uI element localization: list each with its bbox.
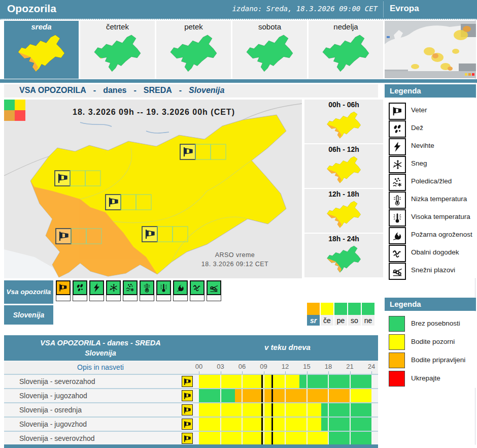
time-panel-label: 06h - 12h [304, 145, 383, 153]
filter-checkbox[interactable] [140, 295, 154, 301]
page-title: Opozorila [7, 3, 56, 15]
day-tab-četrtek[interactable]: četrtek [80, 21, 155, 79]
hour-label: 21 [343, 363, 358, 370]
grid-line [328, 375, 329, 388]
grid-line [285, 375, 286, 388]
day-strip-label-pe[interactable]: pe [334, 315, 347, 326]
hour-label: 03 [213, 363, 228, 370]
slovenia-mini-map [322, 154, 366, 186]
filter-checkbox[interactable] [56, 295, 71, 301]
filter-checkbox[interactable] [190, 295, 205, 301]
day-tab-petek[interactable]: petek [156, 21, 231, 79]
filter-avalanche-button[interactable] [207, 280, 221, 301]
map-source: ARSO vreme [215, 251, 255, 259]
table-subtitle: Slovenija [4, 349, 197, 357]
map-validity-text: 18. 3.2026 09h -- 19. 3.2026 00h (CET) [73, 108, 235, 116]
warnings-title: VSA OPOZORILA-danes-SREDA-Slovenija [19, 86, 224, 95]
day-severity-square-ne [362, 303, 374, 315]
region-row-label[interactable]: Slovenija - jugozahod [19, 392, 87, 400]
title-separator: - [93, 86, 96, 94]
severity-swatch [389, 353, 405, 368]
table-title: VSA OPOZORILA - danes - SREDA [4, 339, 197, 347]
day-strip-label-ne[interactable]: ne [362, 315, 374, 326]
day-tab-nedelja[interactable]: nedelja [309, 21, 383, 79]
slovenia-mini-map [165, 31, 223, 76]
legend-item-label: Veter [411, 106, 427, 114]
severity-legend-item: Brez posebnosti [385, 315, 476, 333]
filter-storm-button[interactable] [89, 280, 104, 301]
issued-timestamp: izdano: Sreda, 18.3.2026 09:00 CET [232, 5, 378, 13]
region-row-label[interactable]: Slovenija - osrednja [19, 406, 82, 414]
map-updated: 18. 3.2026 09:12 CET [201, 261, 268, 268]
title-segment: VSA OPOZORILA [19, 86, 86, 94]
filter-checkbox[interactable] [89, 295, 104, 301]
coast-icon [190, 280, 205, 295]
slovenia-mini-map [317, 31, 375, 76]
grid-line [242, 403, 243, 417]
europe-link[interactable]: Evropa [390, 4, 419, 14]
day-tab-label: petek [156, 22, 231, 31]
filter-cold-button[interactable] [140, 280, 154, 301]
grid-line [328, 389, 329, 402]
severity-label: Ukrepajte [411, 374, 440, 382]
legend-item-coast: Obalni dogodek [385, 244, 476, 262]
slovenia-map-panel: 18. 3.2026 09h -- 19. 3.2026 00h (CET) A… [4, 100, 302, 278]
arso-warnings-page: Opozorila izdano: Sreda, 18.3.2026 09:00… [0, 0, 477, 448]
day-tab-sobota[interactable]: sobota [232, 21, 307, 79]
grid-line [350, 403, 351, 417]
slovenia-mini-map [241, 31, 299, 76]
filter-checkbox[interactable] [123, 295, 138, 301]
windsock-icon [182, 404, 193, 415]
ice-icon [389, 174, 406, 191]
legend-colors-header: Legenda [385, 298, 476, 311]
day-strip-label-sr[interactable]: sr [307, 315, 320, 326]
filter-checkbox[interactable] [156, 295, 171, 301]
time-panel-00h-06h: 00h - 06h [304, 100, 383, 143]
day-strip-label-so[interactable]: so [348, 315, 361, 326]
slovenia-mini-map [13, 31, 71, 76]
legend-icons-title: Legenda [390, 86, 421, 95]
day-strip-label-če[interactable]: če [321, 315, 333, 326]
region-row-label[interactable]: Slovenija - severozahod [19, 377, 95, 386]
cold-icon [140, 280, 154, 295]
filter-fire-button[interactable] [173, 280, 188, 301]
grid-line [285, 403, 286, 417]
hot-icon [156, 280, 171, 295]
time-of-day-panels: 00h - 06h 06h - 12h 12h - 18h 18h - 24h [304, 100, 383, 278]
time-panel-12h-18h: 12h - 18h [304, 189, 383, 233]
region-row-label[interactable]: Slovenija - severovzhod [19, 434, 95, 442]
filter-snow-button[interactable] [106, 280, 121, 301]
region-row-label[interactable]: Slovenija - jugovzhod [19, 420, 87, 428]
europe-map-thumbnail[interactable] [385, 21, 476, 78]
europe-warnings-map [385, 21, 476, 78]
slovenia-mini-map [89, 31, 147, 76]
filter-checkbox[interactable] [207, 295, 221, 301]
legend-item-label: Sneg [411, 159, 427, 167]
grid-line [285, 389, 286, 402]
day-tab-label: sreda [4, 22, 79, 31]
time-panel-18h-24h: 18h - 24h [304, 234, 383, 277]
filter-checkbox[interactable] [173, 295, 188, 301]
filter-checkbox[interactable] [106, 295, 121, 301]
warning-row-2: Slovenija - jugozahod [4, 388, 378, 402]
filter-hot-button[interactable] [156, 280, 171, 301]
filter-rain-button[interactable] [73, 280, 87, 301]
day-severity-square-če [321, 303, 333, 315]
grid-line [350, 432, 351, 445]
severity-segment [199, 389, 235, 402]
severity-swatch [389, 334, 405, 350]
severity-segment [299, 375, 371, 388]
day-tab-sreda[interactable]: sreda [4, 21, 79, 79]
legend-colors-title: Legenda [390, 300, 421, 308]
time-panel-06h-12h: 06h - 12h [304, 144, 383, 188]
grid-line [306, 403, 308, 417]
filter-checkbox[interactable] [73, 295, 87, 301]
avalanche-icon [207, 280, 221, 295]
fire-icon [173, 280, 188, 295]
severity-timeline [199, 432, 371, 445]
filter-windsock-button[interactable] [56, 280, 71, 301]
rain-icon [73, 280, 87, 295]
filter-ice-button[interactable] [123, 280, 138, 301]
filter-coast-button[interactable] [190, 280, 205, 301]
now-marker [271, 403, 273, 417]
